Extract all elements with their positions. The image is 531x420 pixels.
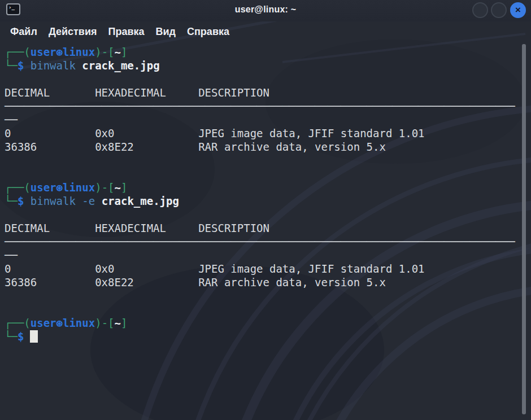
cell-hex: 0x0 bbox=[95, 126, 198, 140]
cell-description: RAR archive data, version 5.x bbox=[198, 276, 386, 288]
prompt-path: ~ bbox=[115, 181, 121, 194]
separator-wrap: ── bbox=[5, 113, 517, 126]
table-header: DECIMALHEXADECIMALDESCRIPTION bbox=[5, 86, 517, 99]
menu-edit[interactable]: Правка bbox=[102, 25, 150, 39]
command-line-1: └─$ binwalk crack_me.jpg bbox=[5, 59, 517, 72]
prompt-host: linux bbox=[63, 46, 95, 58]
blank-line bbox=[5, 154, 517, 167]
command-line-2: └─$ binwalk -e crack_me.jpg bbox=[5, 194, 517, 208]
terminal-cursor bbox=[30, 330, 38, 343]
menu-file[interactable]: Файл bbox=[5, 25, 43, 39]
table-row: 363860x8E22RAR archive data, version 5.x bbox=[5, 140, 517, 154]
prompt-frame: ] bbox=[121, 317, 127, 329]
input-line[interactable]: └─$ bbox=[5, 330, 517, 343]
menu-help[interactable]: Справка bbox=[181, 25, 235, 39]
prompt-line-1: ┌──(user⊛linux)-[~] bbox=[5, 45, 517, 59]
blank-line bbox=[5, 72, 517, 86]
close-icon: × bbox=[515, 5, 521, 15]
maximize-button[interactable] bbox=[491, 2, 507, 18]
blank-line bbox=[5, 303, 517, 316]
cell-decimal: 36386 bbox=[5, 275, 95, 289]
prompt-at-icon: ⊛ bbox=[56, 181, 63, 194]
cell-description: JPEG image data, JFIF standard 1.01 bbox=[198, 262, 424, 275]
cell-decimal: 0 bbox=[5, 262, 95, 275]
prompt-line-3: ┌──(user⊛linux)-[~] bbox=[5, 316, 517, 330]
prompt-frame: ┌──( bbox=[5, 181, 31, 194]
menu-actions[interactable]: Действия bbox=[43, 25, 103, 39]
prompt-frame: └─ bbox=[5, 330, 18, 343]
cell-hex: 0x0 bbox=[95, 262, 198, 275]
prompt-dollar: $ bbox=[18, 59, 24, 72]
cell-decimal: 36386 bbox=[5, 140, 95, 154]
command-argument: crack_me.jpg bbox=[102, 195, 179, 207]
menubar: Файл Действия Правка Вид Справка bbox=[0, 21, 531, 42]
minimize-button[interactable] bbox=[472, 2, 488, 18]
prompt-user: user bbox=[31, 317, 56, 329]
separator: ────────────────────────────────────────… bbox=[5, 99, 517, 113]
cell-description: JPEG image data, JFIF standard 1.01 bbox=[198, 127, 424, 139]
header-hexadecimal: HEXADECIMAL bbox=[95, 221, 198, 235]
terminal-viewport[interactable]: ┌──(user⊛linux)-[~] └─$ binwalk crack_me… bbox=[0, 42, 531, 420]
prompt-frame: )-[ bbox=[95, 181, 114, 194]
cell-hex: 0x8E22 bbox=[95, 275, 198, 289]
command-text: binwalk bbox=[24, 59, 82, 72]
cell-description: RAR archive data, version 5.x bbox=[198, 141, 386, 153]
prompt-path: ~ bbox=[115, 317, 121, 329]
prompt-frame: )-[ bbox=[95, 317, 114, 329]
command-argument: crack_me.jpg bbox=[82, 59, 159, 72]
header-decimal: DECIMAL bbox=[5, 86, 95, 99]
prompt-at-icon: ⊛ bbox=[56, 46, 63, 58]
prompt-frame: ┌──( bbox=[5, 46, 31, 58]
header-description: DESCRIPTION bbox=[198, 86, 269, 99]
table-row: 00x0JPEG image data, JFIF standard 1.01 bbox=[5, 126, 517, 140]
prompt-at-icon: ⊛ bbox=[56, 317, 63, 329]
separator-wrap: ── bbox=[5, 248, 517, 262]
header-description: DESCRIPTION bbox=[198, 222, 269, 234]
cell-decimal: 0 bbox=[5, 126, 95, 140]
table-row: 363860x8E22RAR archive data, version 5.x bbox=[5, 275, 517, 289]
titlebar: ›_ user@linux: ~ × bbox=[0, 0, 531, 21]
prompt-line-2: ┌──(user⊛linux)-[~] bbox=[5, 181, 517, 194]
scrollbar-thumb[interactable] bbox=[522, 44, 526, 414]
scrollbar-track[interactable] bbox=[521, 43, 526, 418]
header-decimal: DECIMAL bbox=[5, 221, 95, 235]
prompt-path: ~ bbox=[115, 46, 121, 58]
blank-line bbox=[5, 167, 517, 181]
prompt-frame: ] bbox=[121, 181, 127, 194]
menu-view[interactable]: Вид bbox=[150, 25, 182, 39]
prompt-user: user bbox=[31, 46, 56, 58]
prompt-frame: ] bbox=[121, 46, 127, 58]
command-text: binwalk -e bbox=[24, 195, 101, 207]
prompt-frame: └─ bbox=[5, 59, 18, 72]
header-hexadecimal: HEXADECIMAL bbox=[95, 86, 198, 99]
prompt-host: linux bbox=[63, 317, 95, 329]
window-title: user@linux: ~ bbox=[0, 5, 531, 15]
blank-line bbox=[5, 208, 517, 221]
prompt-user: user bbox=[31, 181, 56, 194]
table-row: 00x0JPEG image data, JFIF standard 1.01 bbox=[5, 262, 517, 275]
prompt-frame: )-[ bbox=[95, 46, 114, 58]
prompt-host: linux bbox=[63, 181, 95, 194]
prompt-frame: └─ bbox=[5, 195, 18, 207]
separator: ────────────────────────────────────────… bbox=[5, 235, 517, 248]
blank-line bbox=[5, 289, 517, 303]
prompt-frame: ┌──( bbox=[5, 317, 31, 329]
prompt-dollar: $ bbox=[18, 195, 24, 207]
table-header: DECIMALHEXADECIMALDESCRIPTION bbox=[5, 221, 517, 235]
cell-hex: 0x8E22 bbox=[95, 140, 198, 154]
prompt-dollar: $ bbox=[18, 330, 24, 343]
close-button[interactable]: × bbox=[510, 2, 526, 18]
